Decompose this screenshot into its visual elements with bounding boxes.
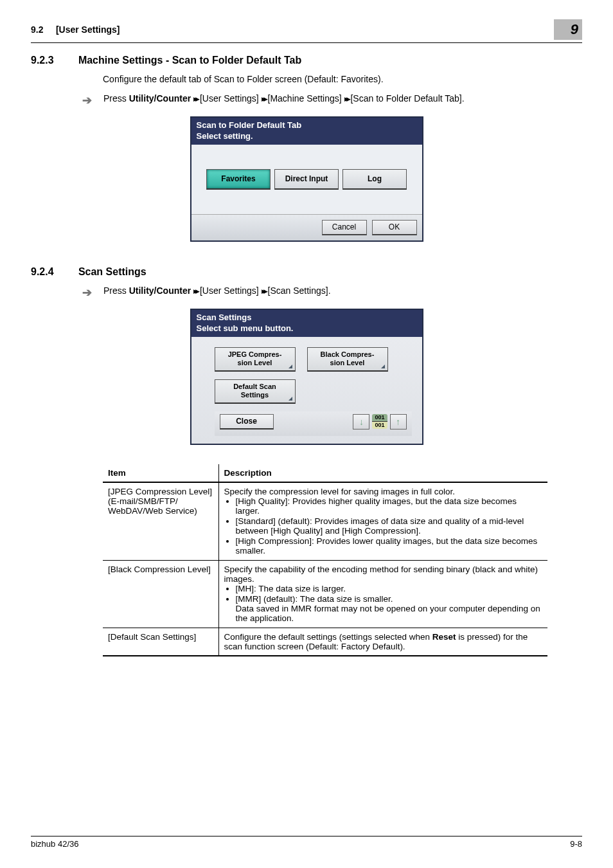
panel-titlebar: Scan to Folder Default Tab Select settin…	[191, 118, 422, 145]
close-button[interactable]: Close	[220, 414, 274, 429]
footer-right: 9-8	[570, 839, 582, 849]
press-seg3: [Scan to Folder Default Tab].	[348, 93, 465, 104]
item-cell: [Default Scan Settings]	[103, 628, 218, 656]
header-section-num: 9.2	[31, 24, 43, 35]
footer-left: bizhub 42/36	[31, 839, 78, 849]
item-cell: [Black Compression Level]	[103, 560, 218, 628]
table-row: [Default Scan Settings] Configure the de…	[103, 628, 547, 656]
pager: ↓ 001 001 ↑	[353, 414, 406, 429]
default-scan-settings-button[interactable]: Default Scan Settings	[215, 379, 296, 404]
panel-footer: Cancel OK	[191, 214, 422, 240]
desc-intro: Specify the compression level for saving…	[224, 487, 543, 496]
nav-path-text: Press Utility/Counter ▶▶ [User Settings]…	[103, 93, 465, 104]
table-row: [JPEG Compression Level] (E-mail/SMB/FTP…	[103, 482, 547, 561]
black-compression-button[interactable]: Black Compres- sion Level	[307, 347, 388, 372]
press-seg2: [Scan Settings].	[265, 285, 331, 296]
section-num: 9.2.3	[31, 55, 76, 66]
panel-title-line2: Select sub menu button.	[197, 323, 417, 334]
header-section-title: [User Settings]	[56, 24, 120, 35]
table-row: [Black Compression Level] Specify the ca…	[103, 560, 547, 628]
item-cell: [JPEG Compression Level] (E-mail/SMB/FTP…	[103, 482, 218, 561]
desc-sub: Data saved in MMR format may not be open…	[236, 604, 540, 623]
desc-sub: [MMR] (default): The data size is smalle…	[236, 594, 393, 604]
desc-bullet: [MMR] (default): The data size is smalle…	[236, 594, 543, 623]
favorites-button[interactable]: Favorites	[206, 169, 271, 190]
header-left: 9.2 [User Settings]	[31, 19, 120, 35]
desc-cell: Configure the default settings (settings…	[218, 628, 547, 656]
section-intro: Configure the default tab of Scan to Fol…	[103, 74, 582, 84]
panel-title-line2: Select setting.	[197, 131, 417, 142]
desc-bullet: [MH]: The data size is larger.	[236, 584, 543, 593]
ok-button[interactable]: OK	[372, 220, 417, 235]
press-utility: Utility/Counter	[129, 93, 191, 104]
nav-path-line: ➔ Press Utility/Counter ▶▶ [User Setting…	[82, 93, 582, 107]
cancel-button[interactable]: Cancel	[322, 220, 367, 235]
press-seg2: [Machine Settings]	[265, 93, 344, 104]
page-current: 001	[372, 414, 387, 422]
panel-body: Favorites Direct Input Log	[191, 145, 422, 214]
press-utility: Utility/Counter	[129, 285, 191, 296]
desc-bullet: [Standard] (default): Provides images of…	[236, 516, 543, 536]
jpeg-compression-button[interactable]: JPEG Compres- sion Level	[215, 347, 296, 372]
section-num: 9.2.4	[31, 266, 76, 278]
nav-path-line: ➔ Press Utility/Counter ▶▶ [User Setting…	[82, 285, 582, 300]
press-seg1: [User Settings]	[197, 93, 262, 104]
settings-table: Item Description [JPEG Compression Level…	[103, 464, 547, 656]
section-heading-924: 9.2.4 Scan Settings	[31, 266, 582, 278]
desc-bullet: [High Quality]: Provides higher quality …	[236, 496, 543, 516]
panel-title-line1: Scan Settings	[197, 312, 417, 323]
arrow-icon: ➔	[82, 285, 92, 300]
section-heading-923: 9.2.3 Machine Settings - Scan to Folder …	[31, 55, 582, 66]
page-footer: bizhub 42/36 9-8	[31, 836, 582, 849]
page-total: 001	[372, 422, 387, 429]
page-indicator: 001 001	[372, 414, 387, 429]
desc-cell: Specify the compression level for saving…	[218, 482, 547, 561]
press-seg1: [User Settings]	[197, 285, 262, 296]
desc-intro: Specify the capability of the encoding m…	[224, 565, 543, 584]
desc-bold: Reset	[432, 632, 456, 642]
panel-titlebar: Scan Settings Select sub menu button.	[191, 310, 422, 337]
panel-body: JPEG Compres- sion Level Black Compres- …	[191, 337, 422, 444]
press-prefix: Press	[103, 93, 129, 104]
desc-part: Configure the default settings (settings…	[224, 632, 432, 642]
scan-settings-panel: Scan Settings Select sub menu button. JP…	[190, 309, 423, 445]
log-button[interactable]: Log	[342, 169, 407, 190]
col-description: Description	[218, 464, 547, 482]
nav-path-text: Press Utility/Counter ▶▶ [User Settings]…	[103, 285, 331, 296]
direct-input-button[interactable]: Direct Input	[274, 169, 339, 190]
arrow-icon: ➔	[82, 93, 92, 107]
section-title: Machine Settings - Scan to Folder Defaul…	[78, 55, 301, 66]
panel-footer: Close ↓ 001 001 ↑	[215, 411, 412, 436]
press-prefix: Press	[103, 285, 129, 296]
desc-cell: Specify the capability of the encoding m…	[218, 560, 547, 628]
page-down-button[interactable]: ↓	[353, 414, 369, 429]
page-up-button[interactable]: ↑	[390, 414, 407, 429]
desc-bullet: [High Compression]: Provides lower quali…	[236, 536, 543, 556]
panel-title-line1: Scan to Folder Default Tab	[197, 120, 417, 131]
header-page-major: 9	[554, 19, 582, 40]
section-title: Scan Settings	[78, 266, 147, 277]
page-header: 9.2 [User Settings] 9	[31, 19, 582, 43]
col-item: Item	[103, 464, 218, 482]
scan-folder-panel: Scan to Folder Default Tab Select settin…	[190, 116, 423, 242]
